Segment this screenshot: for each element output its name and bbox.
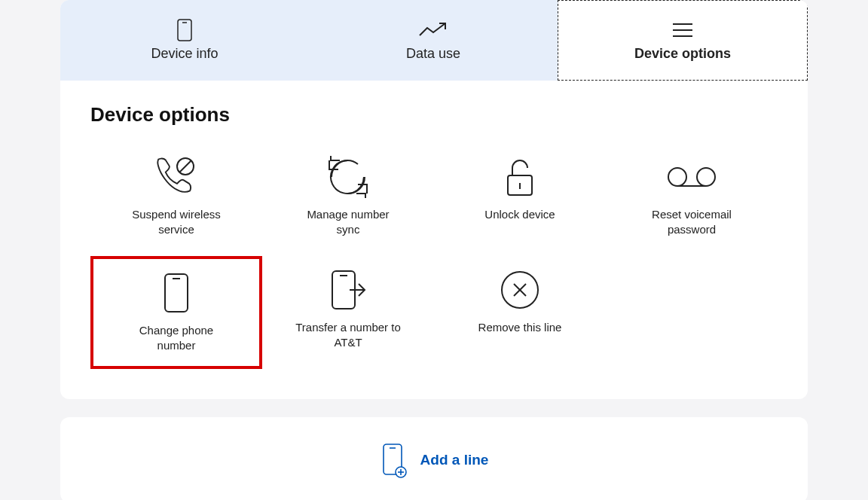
option-change-phone-number[interactable]: Change phone number [90, 256, 262, 369]
unlock-icon [499, 154, 541, 200]
tab-device-info[interactable]: Device info [60, 0, 309, 81]
options-grid: Suspend wireless service Manage number s… [90, 143, 778, 369]
option-transfer-number[interactable]: Transfer a number to AT&T [262, 256, 434, 369]
tab-device-options[interactable]: Device options [558, 0, 808, 81]
option-unlock-device[interactable]: Unlock device [434, 143, 606, 256]
phone-device-icon [161, 270, 191, 316]
phone-plus-icon [380, 442, 408, 478]
add-line-label: Add a line [420, 452, 489, 468]
option-label: Remove this line [478, 320, 562, 335]
tab-label: Device info [151, 46, 218, 62]
svg-line-6 [179, 160, 191, 172]
trend-icon [418, 20, 448, 41]
option-label: Change phone number [124, 323, 229, 354]
svg-point-10 [697, 168, 715, 186]
section-title: Device options [90, 103, 778, 127]
panel-body: Device options Suspend wireless service [60, 81, 808, 399]
add-line-button[interactable]: Add a line [380, 442, 489, 478]
option-reset-voicemail-password[interactable]: Reset voicemail password [606, 143, 778, 256]
menu-icon [671, 20, 694, 41]
tab-label: Data use [406, 46, 460, 62]
phone-transfer-icon [327, 267, 369, 312]
device-card: Device info Data use Device options Devi… [60, 0, 808, 399]
add-line-card: Add a line [60, 417, 808, 500]
voicemail-icon [665, 154, 718, 200]
option-label: Transfer a number to AT&T [295, 320, 401, 351]
phone-icon [177, 20, 192, 41]
empty-cell [606, 256, 778, 369]
tab-label: Device options [634, 46, 731, 62]
option-label: Manage number sync [295, 207, 401, 238]
tab-data-use[interactable]: Data use [309, 0, 558, 81]
svg-rect-12 [165, 274, 188, 312]
close-circle-icon [499, 267, 541, 312]
phone-blocked-icon [154, 154, 199, 200]
option-remove-line[interactable]: Remove this line [434, 256, 606, 369]
tab-bar: Device info Data use Device options [60, 0, 808, 81]
option-label: Suspend wireless service [124, 207, 229, 238]
sync-icon [325, 154, 371, 200]
option-label: Unlock device [484, 207, 555, 222]
option-manage-number-sync[interactable]: Manage number sync [262, 143, 434, 256]
svg-point-9 [668, 168, 686, 186]
option-suspend-wireless-service[interactable]: Suspend wireless service [90, 143, 262, 256]
option-label: Reset voicemail password [639, 207, 744, 238]
